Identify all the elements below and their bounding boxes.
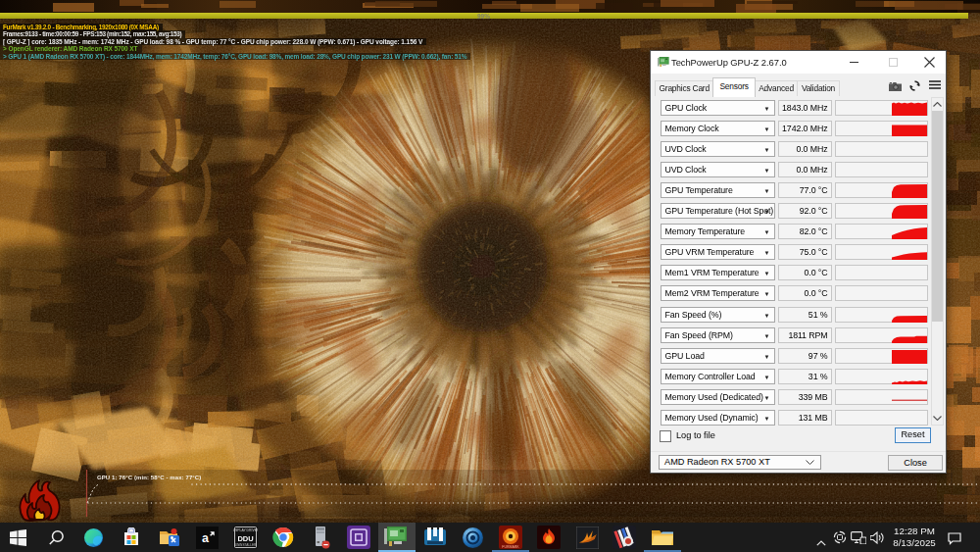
svg-text:FURMARK: FURMARK	[502, 545, 519, 549]
svg-text:UNINSTALLER: UNINSTALLER	[234, 543, 256, 547]
svg-text:a: a	[202, 531, 209, 545]
svg-text:GPU 1: 76°C (min: 58°C - max:: GPU 1: 76°C (min: 58°C - max: 77°C)	[97, 475, 201, 480]
svg-text:DISPLAY DRIVER: DISPLAY DRIVER	[233, 528, 258, 532]
svg-text:DDU: DDU	[237, 534, 253, 543]
